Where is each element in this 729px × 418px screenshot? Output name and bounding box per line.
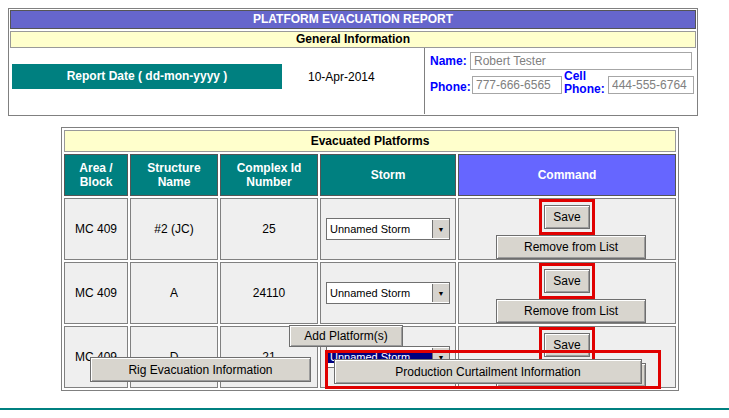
cell-complex-id: 24110 [220, 262, 318, 324]
cell-command: SaveRemove from List [458, 262, 676, 324]
general-information-header: General Information [10, 31, 696, 48]
general-information-panel: PLATFORM EVACUATION REPORT General Infor… [8, 8, 698, 116]
name-label: Name: [430, 54, 467, 68]
evacuated-platforms-header: Evacuated Platforms [64, 130, 676, 152]
remove-from-list-button[interactable]: Remove from List [496, 299, 646, 323]
table-row: MC 409 #2 (JC) 25 Unnamed Storm ▼ SaveRe… [64, 198, 676, 260]
vertical-divider [424, 48, 425, 114]
storm-select[interactable]: Unnamed Storm ▼ [326, 282, 450, 304]
annotation-highlight-save-2: Save [539, 263, 595, 299]
annotation-highlight-save-1: Save [539, 199, 595, 235]
storm-selected-value: Unnamed Storm [327, 287, 432, 299]
cell-complex-id: 25 [220, 198, 318, 260]
cell-structure-name: A [130, 262, 218, 324]
cell-storm: Unnamed Storm ▼ [320, 198, 456, 260]
phone-label: Phone: [430, 80, 471, 94]
column-header-structure-name: Structure Name [130, 154, 218, 196]
column-header-storm: Storm [320, 154, 456, 196]
cell-phone-input[interactable] [608, 76, 694, 94]
cell-phone-label: Cell Phone: [564, 70, 606, 96]
general-information-content: Report Date ( dd-mon-yyyy ) 10-Apr-2014 … [10, 50, 696, 114]
chevron-down-icon[interactable]: ▼ [432, 284, 449, 302]
save-button[interactable]: Save [544, 269, 590, 293]
phone-input[interactable] [472, 76, 562, 94]
page-title: PLATFORM EVACUATION REPORT [10, 10, 696, 29]
rig-evacuation-information-button[interactable]: Rig Evacuation Information [90, 357, 311, 382]
report-date-value: 10-Apr-2014 [308, 70, 375, 84]
save-button[interactable]: Save [544, 205, 590, 229]
add-platforms-button[interactable]: Add Platform(s) [289, 325, 403, 347]
remove-from-list-button[interactable]: Remove from List [496, 235, 646, 259]
cell-command: SaveRemove from List [458, 198, 676, 260]
report-date-label: Report Date ( dd-mon-yyyy ) [12, 64, 282, 89]
cell-structure-name: #2 (JC) [130, 198, 218, 260]
storm-selected-value: Unnamed Storm [327, 223, 432, 235]
cell-area-block: MC 409 [64, 262, 128, 324]
chevron-down-icon[interactable]: ▼ [432, 220, 449, 238]
annotation-highlight-production-curtailment: Production Curtailment Information [325, 350, 661, 389]
column-header-complex-id: Complex Id Number [220, 154, 318, 196]
column-header-command: Command [458, 154, 676, 196]
contact-fields: Name: Phone: Cell Phone: [426, 50, 694, 114]
column-header-area-block: Area / Block [64, 154, 128, 196]
production-curtailment-information-button[interactable]: Production Curtailment Information [334, 359, 642, 384]
cell-storm: Unnamed Storm ▼ [320, 262, 456, 324]
cell-area-block: MC 409 [64, 198, 128, 260]
bottom-divider [0, 408, 729, 410]
storm-select[interactable]: Unnamed Storm ▼ [326, 218, 450, 240]
name-input[interactable] [470, 52, 692, 70]
table-row: MC 409 A 24110 Unnamed Storm ▼ SaveRemov… [64, 262, 676, 324]
